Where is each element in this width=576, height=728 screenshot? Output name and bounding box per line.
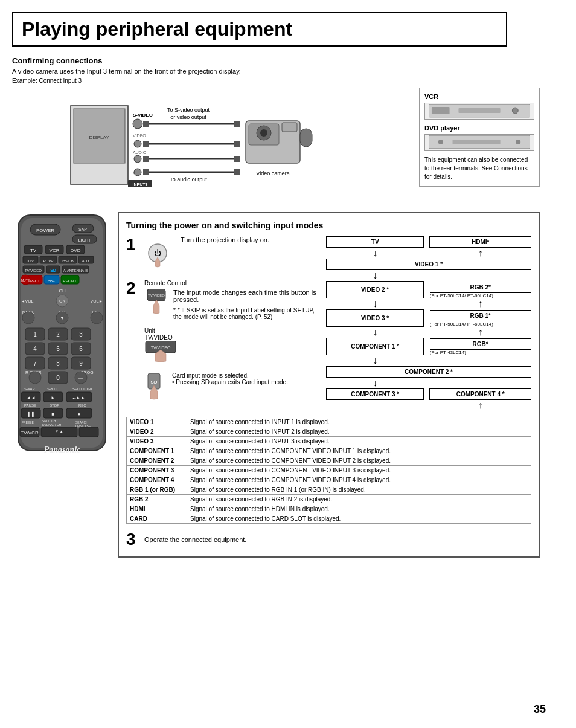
- flow-hdmi: HDMI*: [430, 237, 531, 248]
- svg-text:A-ANTENNA-B: A-ANTENNA-B: [63, 269, 88, 272]
- flow-rgb1-note: (For PT-50LC14/ PT-60LC14): [430, 321, 531, 327]
- svg-text:RECALL: RECALL: [63, 279, 77, 283]
- svg-text:CH: CH: [59, 288, 66, 294]
- table-row: COMPONENT 3Signal of source connected to…: [127, 466, 531, 475]
- table-description: Signal of source connected to INPUT 2 is…: [187, 427, 531, 437]
- svg-text:VIDEO: VIDEO: [133, 134, 146, 138]
- table-input: COMPONENT 3: [127, 466, 187, 475]
- table-input: CARD: [127, 514, 187, 524]
- vcr-label: VCR: [424, 93, 534, 100]
- step1-icon: ⏻: [144, 236, 174, 271]
- svg-text:8: 8: [56, 360, 60, 367]
- table-input: RGB 1 (or RGB): [127, 485, 187, 495]
- svg-point-4: [133, 119, 142, 129]
- svg-text:S-VIDEO: S-VIDEO: [133, 112, 153, 118]
- svg-point-7: [134, 155, 141, 163]
- svg-text:►: ►: [51, 395, 56, 401]
- diagram-svg: DISPLAY S-VIDEO VIDEO AUDIO L R INPUT3: [12, 88, 413, 202]
- flow-component1: COMPONENT 1 *: [327, 338, 424, 355]
- svg-point-42: [438, 140, 443, 144]
- table-input: RGB 2: [127, 495, 187, 504]
- step1-text: Turn the projection display on.: [181, 236, 320, 243]
- svg-text:TV: TV: [30, 248, 37, 253]
- remote-area: POWER SAP LIGHT TV VCR DVD DTV: [12, 212, 118, 558]
- svg-text:SD: SD: [50, 268, 56, 272]
- flow-rgb-note: (For PT-43LC14): [430, 350, 531, 355]
- table-input: COMPONENT 1: [127, 446, 187, 456]
- svg-text:LIGHT: LIGHT: [78, 238, 91, 242]
- flow-rgb1: RGB 1*: [430, 310, 531, 321]
- flow-component3: COMPONENT 3 *: [327, 389, 424, 400]
- step1: 1 ⏻ Turn the projection display on.: [126, 236, 320, 271]
- svg-rect-25: [143, 169, 149, 175]
- table-row: HDMISignal of source connected to HDMI I…: [127, 504, 531, 514]
- svg-text:0: 0: [56, 375, 60, 381]
- top-diagram-area: DISPLAY S-VIDEO VIDEO AUDIO L R INPUT3: [12, 88, 540, 202]
- svg-text:INPUT3: INPUT3: [133, 182, 148, 187]
- svg-rect-22: [143, 156, 149, 162]
- vcr-device: [424, 103, 534, 120]
- step2-row: 2 Remote Control TV/VIDEO: [126, 280, 320, 364]
- vcr-dvd-box: VCR DVD player: [419, 88, 540, 187]
- step2-unit-label: Unit TV/VIDEO: [144, 327, 320, 341]
- svg-text:▼: ▼: [60, 315, 65, 321]
- svg-text:BBE: BBE: [48, 279, 55, 283]
- input-flow-diagram: TV HDMI* ↓ ↑ VIDEO 1 *: [326, 236, 531, 411]
- svg-text:REC: REC: [78, 404, 86, 407]
- svg-text:TV/VCR: TV/VCR: [21, 430, 39, 436]
- sd-text: Card input mode is selected. • Pressing …: [172, 372, 288, 385]
- table-description: Signal of source connected to INPUT 3 is…: [187, 437, 531, 446]
- flow-table: TV HDMI* ↓ ↑ VIDEO 1 *: [326, 236, 531, 411]
- table-row: VIDEO 3Signal of source connected to INP…: [127, 437, 531, 446]
- svg-text:OBS/CBL: OBS/CBL: [60, 259, 76, 263]
- step3-number: 3: [126, 530, 138, 549]
- svg-rect-145: [79, 427, 98, 437]
- step1-number: 1: [126, 236, 138, 253]
- svg-text:6: 6: [79, 346, 83, 352]
- confirming-section: Confirming connections A video camera us…: [12, 56, 540, 84]
- table-row: VIDEO 2Signal of source connected to INP…: [127, 427, 531, 437]
- asterisk-symbol: *: [173, 307, 178, 314]
- svg-text:OK: OK: [59, 299, 65, 303]
- svg-text:3: 3: [79, 331, 83, 338]
- table-row: RGB 2Signal of source connected to RGB I…: [127, 495, 531, 504]
- svg-text:VOL►: VOL►: [91, 299, 103, 303]
- table-description: Signal of source connected to HDMI IN is…: [187, 504, 531, 514]
- table-row: COMPONENT 4Signal of source connected to…: [127, 475, 531, 485]
- svg-text:●: ●: [78, 411, 81, 417]
- table-description: Signal of source connected to INPUT 1 is…: [187, 417, 531, 427]
- table-row: RGB 1 (or RGB)Signal of source connected…: [127, 485, 531, 495]
- svg-text:TV/VIDEO: TV/VIDEO: [148, 294, 165, 297]
- remote-svg: POWER SAP LIGHT TV VCR DVD DTV: [12, 212, 112, 472]
- svg-text:▼   ▲: ▼ ▲: [55, 430, 63, 433]
- table-input: VIDEO 3: [127, 437, 187, 446]
- svg-point-89: [22, 312, 34, 324]
- svg-point-113: [29, 372, 41, 384]
- table-input: COMPONENT 2: [127, 456, 187, 466]
- flow-rgb: RGB*: [430, 338, 531, 350]
- svg-text:SPLIT: SPLIT: [47, 387, 57, 391]
- svg-point-6: [134, 140, 141, 147]
- svg-text:VCR: VCR: [50, 248, 60, 253]
- confirming-example: Example: Connect Input 3: [12, 77, 540, 84]
- flow-rgb2: RGB 2*: [430, 282, 531, 293]
- svg-rect-26: [234, 169, 240, 175]
- table-description: Signal of source connected to RGB IN 2 i…: [187, 495, 531, 504]
- page-number: 35: [534, 703, 546, 716]
- table-description: Signal of source connected to RGB IN 1 (…: [187, 485, 531, 495]
- svg-text:or video output: or video output: [170, 114, 206, 120]
- step2-content: Remote Control TV/VIDEO: [144, 280, 320, 364]
- svg-text:1: 1: [33, 331, 37, 338]
- sd-step: SD Card input mode is selected. • Pressi…: [126, 372, 320, 404]
- svg-text:TV/VIDEO: TV/VIDEO: [25, 269, 42, 272]
- svg-text:DTV: DTV: [27, 259, 34, 263]
- svg-text:STOP: STOP: [50, 404, 59, 407]
- flow-component4: COMPONENT 4 *: [430, 389, 531, 400]
- svg-rect-38: [432, 107, 450, 114]
- svg-text:AUDIO: AUDIO: [133, 150, 147, 155]
- flow-video3: VIDEO 3 *: [327, 310, 424, 327]
- table-row: COMPONENT 1Signal of source connected to…: [127, 446, 531, 456]
- sd-icon: SD: [143, 372, 167, 404]
- svg-point-39: [512, 108, 518, 114]
- step2-note: * * If SKIP is set as the Input Label se…: [173, 307, 320, 320]
